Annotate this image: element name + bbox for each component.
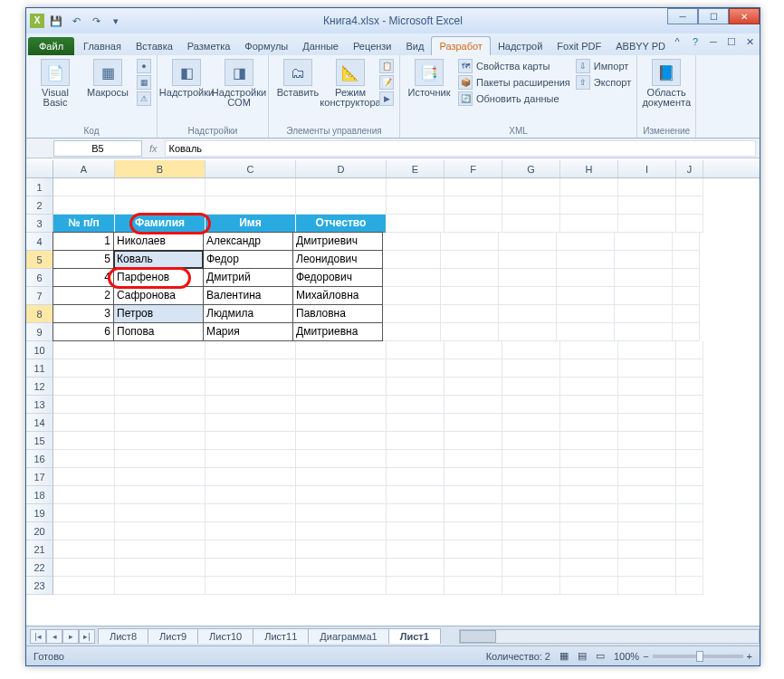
cell[interactable] (618, 378, 676, 396)
cell[interactable] (115, 396, 206, 414)
cell[interactable] (53, 378, 115, 396)
tab-file[interactable]: Файл (28, 37, 74, 55)
col-I[interactable]: I (618, 160, 676, 177)
cell[interactable] (615, 323, 673, 341)
cell[interactable] (115, 540, 206, 559)
row-12[interactable]: 12 (26, 378, 53, 396)
cell[interactable] (296, 359, 387, 378)
cell[interactable] (387, 432, 445, 450)
cell[interactable] (676, 468, 703, 486)
cell[interactable] (387, 486, 445, 504)
cell[interactable]: Фамилия (115, 215, 206, 233)
row-8[interactable]: 8 (26, 305, 53, 323)
cell[interactable] (115, 450, 206, 468)
xml-source-button[interactable]: 📑Источник (406, 57, 453, 98)
tab-insert[interactable]: Вставка (129, 37, 180, 55)
cell[interactable] (115, 196, 206, 215)
cell[interactable] (618, 522, 676, 540)
cell[interactable] (676, 540, 703, 559)
cell[interactable] (206, 196, 296, 215)
cell[interactable] (557, 305, 615, 323)
cell[interactable] (502, 378, 560, 396)
cell[interactable] (502, 178, 560, 196)
col-E[interactable]: E (387, 160, 445, 177)
cell[interactable] (387, 540, 445, 559)
cell[interactable] (502, 341, 560, 359)
cell[interactable]: Коваль (113, 250, 204, 269)
view-break-icon[interactable]: ▭ (596, 650, 605, 662)
cell[interactable] (115, 486, 206, 504)
cell[interactable] (502, 559, 560, 577)
cell[interactable] (206, 468, 296, 486)
cell[interactable] (445, 486, 502, 504)
cell[interactable] (560, 522, 618, 540)
cell[interactable] (673, 323, 700, 341)
visual-basic-button[interactable]: 📄Visual Basic (32, 57, 79, 108)
cell[interactable] (441, 251, 499, 269)
cell[interactable] (115, 414, 206, 432)
formula-input[interactable]: Коваль (165, 140, 756, 157)
cell[interactable] (673, 269, 700, 287)
qat-save[interactable]: 💾 (48, 13, 64, 29)
tab-developer[interactable]: Разработ (431, 36, 490, 55)
design-mode-button[interactable]: 📐Режим конструктора (327, 57, 374, 108)
maximize-button[interactable]: ☐ (698, 8, 729, 24)
cell[interactable] (445, 396, 502, 414)
cell[interactable] (502, 577, 560, 595)
cell[interactable] (206, 396, 296, 414)
cell[interactable] (53, 359, 115, 378)
col-B[interactable]: B (115, 160, 206, 177)
cell[interactable] (445, 432, 502, 450)
run-dialog-button[interactable]: ▶ (379, 91, 394, 106)
tab-layout[interactable]: Разметка (180, 37, 238, 55)
cell[interactable] (557, 251, 615, 269)
cell[interactable] (676, 577, 703, 595)
cell[interactable] (296, 522, 387, 540)
cell[interactable] (115, 178, 206, 196)
doc-restore-icon[interactable]: ☐ (725, 36, 738, 48)
sheet-nav-prev[interactable]: ◂ (46, 629, 62, 644)
cell[interactable] (387, 559, 445, 577)
cell[interactable] (499, 323, 557, 341)
row-23[interactable]: 23 (26, 577, 53, 595)
cell[interactable] (676, 215, 703, 233)
select-all-corner[interactable] (26, 160, 53, 177)
sheet-nav-last[interactable]: ▸| (79, 629, 95, 644)
cell[interactable] (615, 287, 673, 305)
cell[interactable] (206, 414, 296, 432)
cell[interactable] (618, 215, 676, 233)
cell[interactable] (383, 233, 441, 251)
cell[interactable] (560, 486, 618, 504)
cell[interactable] (676, 432, 703, 450)
cell[interactable] (53, 577, 115, 595)
cell[interactable] (560, 215, 618, 233)
cell[interactable] (676, 522, 703, 540)
cell[interactable] (502, 432, 560, 450)
cell[interactable] (499, 305, 557, 323)
cell[interactable] (560, 396, 618, 414)
cell[interactable] (560, 432, 618, 450)
row-4[interactable]: 4 (26, 233, 53, 251)
cell[interactable] (296, 486, 387, 504)
col-H[interactable]: H (560, 160, 618, 177)
cell[interactable]: Николаев (113, 232, 204, 251)
import-xml[interactable]: ⇩Импорт (576, 59, 631, 73)
cell[interactable] (673, 251, 700, 269)
cell[interactable] (445, 559, 502, 577)
tab-abbyy[interactable]: ABBYY PD (608, 37, 673, 55)
cell[interactable] (615, 251, 673, 269)
horizontal-scrollbar[interactable] (459, 629, 760, 644)
cell[interactable] (560, 341, 618, 359)
cell[interactable] (502, 468, 560, 486)
cell[interactable] (53, 450, 115, 468)
cell[interactable] (445, 215, 502, 233)
cell[interactable]: 2 (53, 286, 114, 305)
doc-min-icon[interactable]: ─ (707, 36, 720, 48)
cell[interactable] (557, 323, 615, 341)
cell[interactable] (296, 178, 387, 196)
row-3[interactable]: 3 (26, 215, 53, 233)
row-22[interactable]: 22 (26, 559, 53, 577)
row-10[interactable]: 10 (26, 341, 53, 359)
cell[interactable] (387, 396, 445, 414)
cell[interactable] (445, 450, 502, 468)
